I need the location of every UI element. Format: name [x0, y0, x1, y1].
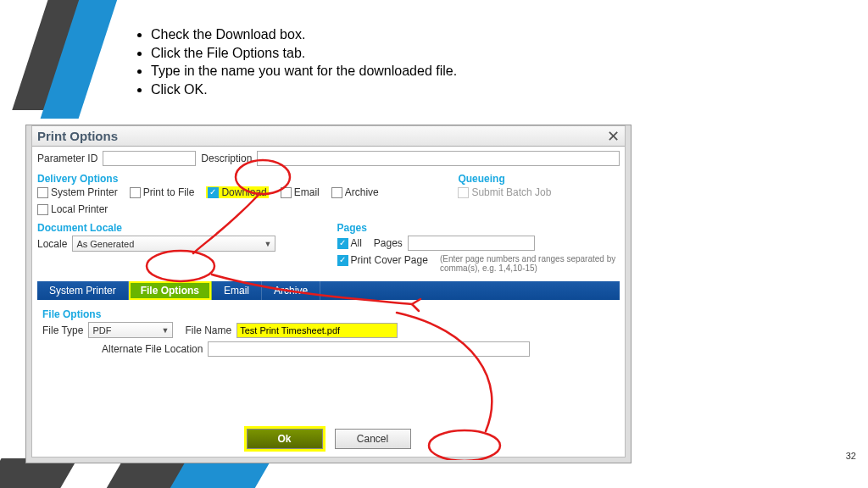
email-checkbox[interactable]: [281, 187, 292, 198]
instruction-item: Check the Download box.: [151, 25, 457, 44]
tab-file-options[interactable]: File Options: [129, 281, 212, 300]
locale-select[interactable]: As Generated ▼: [72, 236, 275, 252]
pages-all-checkbox[interactable]: [337, 238, 348, 249]
tab-bar: System Printer File Options Email Archiv…: [37, 281, 620, 300]
file-type-label: File Type: [42, 324, 83, 336]
print-to-file-label: Print to File: [143, 186, 195, 198]
locale-value: As Generated: [76, 239, 134, 249]
alternate-file-location-label: Alternate File Location: [102, 343, 203, 355]
instruction-item: Click the File Options tab.: [151, 44, 457, 63]
file-name-label: File Name: [185, 324, 231, 336]
pages-all-label: All: [351, 237, 362, 249]
page-number: 32: [846, 451, 856, 461]
document-locale-heading: Document Locale: [37, 222, 320, 234]
chevron-down-icon: ▼: [162, 326, 170, 335]
queueing-heading: Queueing: [458, 173, 620, 185]
system-printer-checkbox[interactable]: [37, 187, 48, 198]
description-label: Description: [201, 152, 252, 164]
delivery-options-heading: Delivery Options: [37, 173, 441, 185]
dialog-titlebar: Print Options ✕: [32, 126, 625, 147]
ok-button[interactable]: Ok: [247, 429, 323, 449]
tab-archive[interactable]: Archive: [262, 281, 320, 300]
file-name-input[interactable]: [236, 323, 398, 338]
file-options-pane: File Options File Type PDF ▼ File Name A…: [37, 300, 620, 365]
instruction-item: Click OK.: [151, 80, 457, 99]
instruction-list: Check the Download box. Click the File O…: [136, 25, 457, 98]
print-options-dialog: Print Options ✕ Parameter ID Description…: [31, 125, 626, 458]
submit-batch-job-checkbox: [458, 187, 469, 198]
print-options-dialog-wrap: Print Options ✕ Parameter ID Description…: [25, 125, 632, 463]
file-type-value: PDF: [92, 325, 111, 336]
archive-label: Archive: [345, 186, 379, 198]
file-type-select[interactable]: PDF ▼: [88, 322, 173, 338]
pages-input[interactable]: [408, 236, 535, 251]
close-icon[interactable]: ✕: [607, 127, 620, 146]
pages-heading: Pages: [337, 222, 620, 234]
chevron-down-icon: ▼: [264, 240, 271, 248]
print-cover-page-label: Print Cover Page: [351, 254, 428, 266]
parameter-id-input[interactable]: [103, 151, 196, 166]
pages-hint: (Enter page numbers and ranges separated…: [440, 254, 620, 273]
print-to-file-checkbox[interactable]: [130, 187, 141, 198]
tab-email[interactable]: Email: [212, 281, 262, 300]
locale-label: Locale: [37, 238, 67, 250]
local-printer-label: Local Printer: [51, 203, 108, 215]
system-printer-label: System Printer: [51, 186, 118, 198]
local-printer-checkbox[interactable]: [37, 204, 48, 215]
print-cover-page-checkbox[interactable]: [337, 255, 348, 266]
download-checkbox[interactable]: [208, 187, 219, 198]
pages-label: Pages: [374, 237, 403, 249]
description-input[interactable]: [257, 151, 620, 166]
instruction-item: Type in the name you want for the downlo…: [151, 62, 457, 80]
alternate-file-location-input[interactable]: [208, 341, 530, 357]
submit-batch-job-label: Submit Batch Job: [471, 186, 551, 198]
dialog-title: Print Options: [37, 129, 118, 143]
cancel-button[interactable]: Cancel: [335, 429, 411, 449]
file-options-heading: File Options: [42, 308, 615, 320]
parameter-id-label: Parameter ID: [37, 152, 97, 164]
email-label: Email: [294, 186, 320, 198]
archive-checkbox[interactable]: [331, 187, 342, 198]
download-label: Download: [221, 186, 266, 198]
tab-system-printer[interactable]: System Printer: [37, 281, 129, 300]
